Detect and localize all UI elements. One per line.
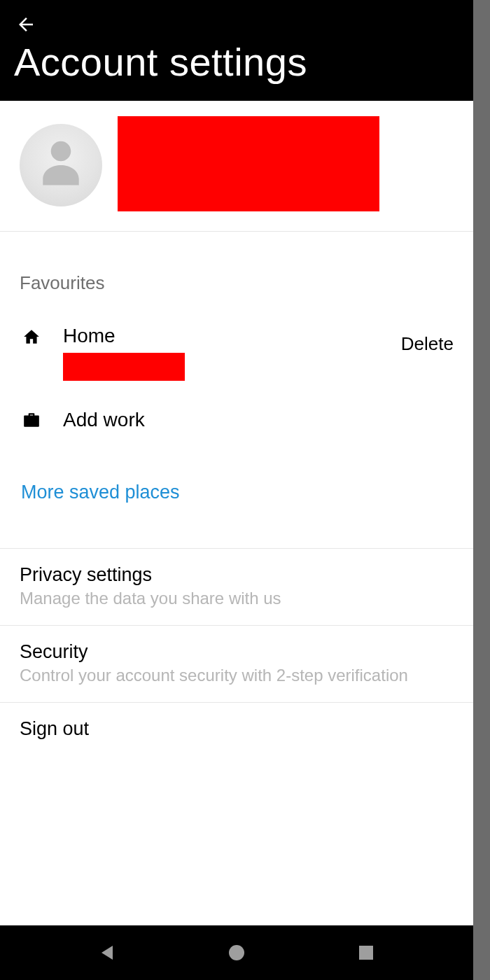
nav-home-button[interactable] [226,942,247,963]
app-window: Account settings Favourites Home Delet [0,0,473,980]
person-icon [36,137,85,193]
settings-list: Privacy settings Manage the data you sha… [0,548,473,757]
background-strip [473,0,490,980]
nav-back-button[interactable] [97,942,118,963]
nav-back-icon [99,944,115,961]
arrow-left-icon [15,14,36,35]
favourite-home-address-redacted [63,353,185,381]
blank-space [0,757,473,925]
favourite-home[interactable]: Home [63,325,380,381]
privacy-title: Privacy settings [20,564,454,586]
profile-name-redacted [118,116,379,211]
header: Account settings [0,0,473,101]
add-work-row[interactable]: Add work [20,396,454,431]
android-nav-bar [0,925,473,980]
delete-home-button[interactable]: Delete [401,325,454,355]
svg-point-0 [229,945,244,960]
sign-out-item[interactable]: Sign out [0,702,473,757]
privacy-settings-item[interactable]: Privacy settings Manage the data you sha… [0,548,473,625]
more-saved-places-link[interactable]: More saved places [20,482,454,503]
nav-recents-icon [358,945,374,960]
favourites-section: Favourites Home Delete Add work [0,232,473,503]
profile-row[interactable] [0,101,473,232]
sign-out-title: Sign out [20,718,454,740]
favourite-home-row: Home Delete [20,325,454,396]
briefcase-icon [21,410,42,430]
back-button[interactable] [14,13,38,36]
security-title: Security [20,641,454,663]
privacy-subtitle: Manage the data you share with us [20,589,454,608]
favourites-label: Favourites [20,272,454,294]
add-work-label: Add work [63,409,454,431]
home-icon [21,326,42,347]
favourite-home-label: Home [63,325,380,347]
avatar [20,124,102,206]
page-title: Account settings [14,41,459,84]
nav-recents-button[interactable] [356,942,377,963]
security-subtitle: Control your account security with 2-ste… [20,666,454,685]
svg-rect-1 [359,946,373,960]
security-item[interactable]: Security Control your account security w… [0,625,473,702]
nav-home-icon [227,944,246,962]
